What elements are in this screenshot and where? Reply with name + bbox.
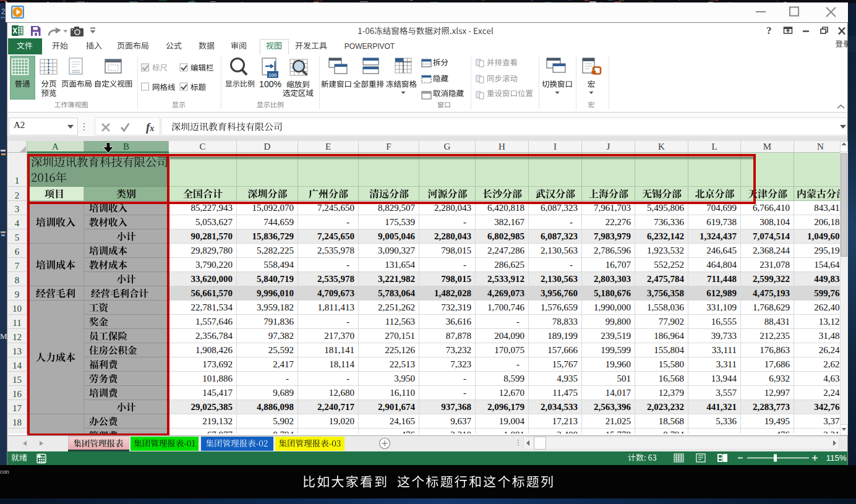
svg-text:2: 2 bbox=[1, 7, 6, 16]
svg-text:M: M bbox=[0, 331, 7, 341]
svg-text:100: 100 bbox=[268, 72, 277, 78]
svg-text:?: ? bbox=[766, 25, 772, 36]
svg-text:con: con bbox=[0, 469, 9, 475]
